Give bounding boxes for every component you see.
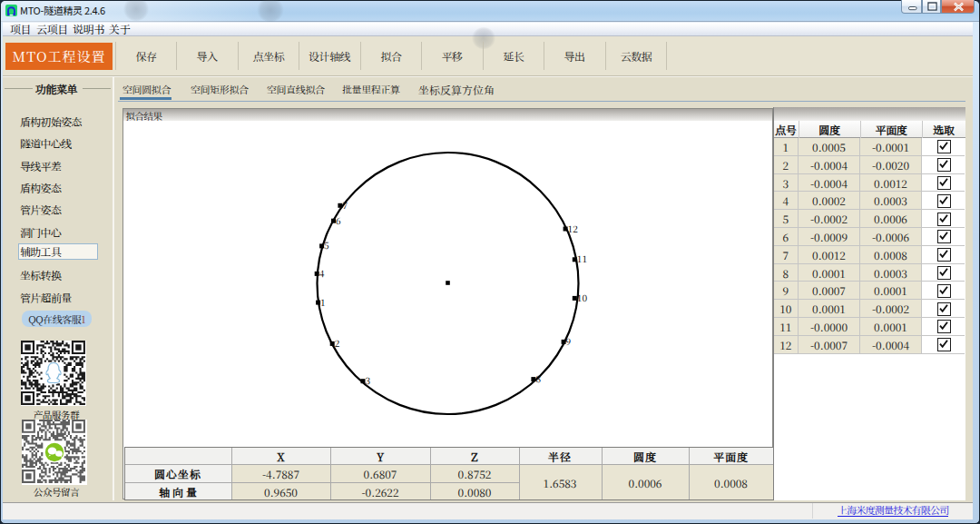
svg-text:1: 1 [320,295,326,309]
svg-text:6: 6 [336,213,341,227]
svg-text:2: 2 [335,336,340,350]
svg-text:12: 12 [568,222,579,235]
svg-text:3: 3 [366,373,371,387]
svg-text:7: 7 [342,198,348,212]
svg-text:10: 10 [577,291,588,304]
svg-text:8: 8 [535,371,541,385]
svg-text:9: 9 [566,334,572,348]
svg-text:11: 11 [577,252,587,265]
svg-text:5: 5 [324,238,329,252]
svg-text:4: 4 [319,266,325,280]
